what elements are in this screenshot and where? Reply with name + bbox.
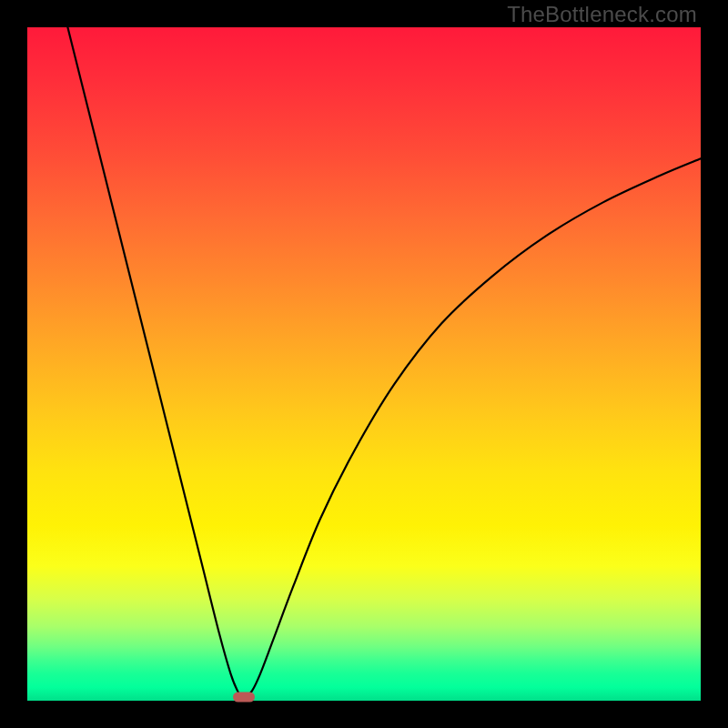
watermark-text: TheBottleneck.com: [507, 2, 697, 27]
plot-area: [27, 27, 701, 701]
minimum-marker: [233, 693, 255, 703]
line-curve: [27, 27, 701, 701]
curve-path: [67, 27, 701, 697]
